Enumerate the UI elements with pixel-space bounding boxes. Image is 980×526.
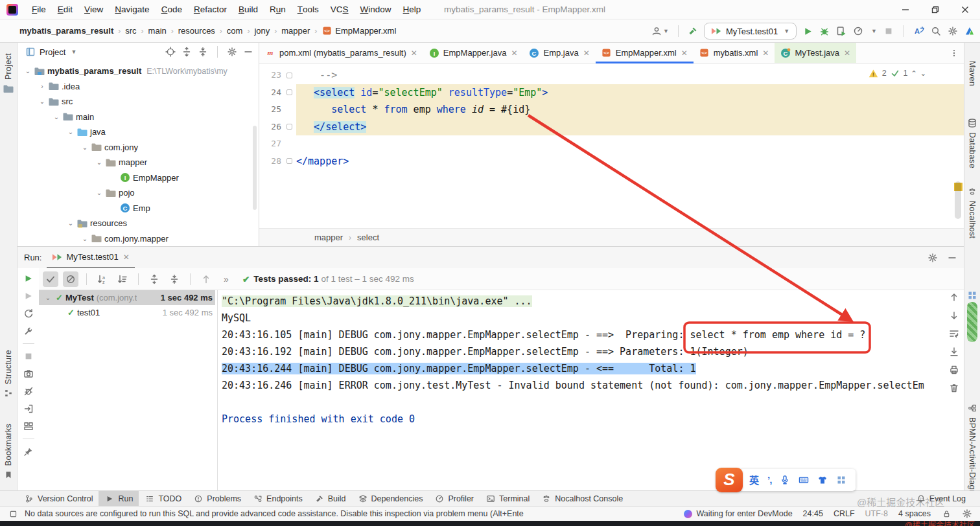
file-encoding[interactable]: UTF-8 (865, 509, 888, 518)
fold-marker-icon[interactable] (286, 158, 292, 164)
debug-icon[interactable] (819, 26, 830, 36)
tree-item-empmapper[interactable]: IEmpMapper (18, 170, 259, 186)
chevrons-icon[interactable]: » (218, 271, 234, 287)
fold-gutter[interactable] (283, 119, 296, 136)
chevron-down-icon[interactable]: ⌄ (51, 113, 62, 120)
close-icon[interactable]: ✕ (511, 49, 517, 58)
tree-item-pojo[interactable]: ⌄pojo (18, 185, 259, 201)
tab-pom-xml--mybatis-params-result-[interactable]: mpom.xml (mybatis_params_result)✕ (259, 43, 423, 63)
test-tree-row[interactable]: ✓ test01 1 sec 492 ms (39, 305, 215, 320)
import-icon[interactable] (23, 404, 34, 414)
collapseS-icon[interactable] (167, 271, 182, 287)
editor-scrollbar[interactable] (955, 181, 961, 219)
toolwindow-terminal[interactable]: Terminal (480, 491, 535, 506)
toolwindow-version-control[interactable]: Version Control (18, 491, 99, 506)
collapse-icon[interactable] (198, 47, 208, 57)
menu-tools[interactable]: Tools (292, 0, 325, 19)
search-icon[interactable] (931, 26, 941, 36)
breadcrumb-item[interactable]: jony (254, 26, 270, 36)
close-icon[interactable]: ✕ (123, 253, 130, 262)
tree-item-com-jony-mapper[interactable]: ⌄com.jony.mapper (18, 231, 259, 247)
chevron-up-icon[interactable]: ⌃ (911, 69, 917, 78)
chevron-down-icon[interactable]: ⌄ (94, 159, 104, 166)
tree-item-mybatis-params-result[interactable]: ⌄mybatis_params_resultE:\TLWork\mybatis\… (18, 63, 259, 79)
tab-mytest-java[interactable]: CMyTest.java✕ (775, 43, 856, 63)
lock-icon[interactable] (941, 509, 951, 519)
breadcrumb-item[interactable]: mapper (281, 26, 310, 36)
translate-icon[interactable]: A (914, 26, 924, 36)
ignored-icon[interactable] (63, 271, 78, 287)
line-ending[interactable]: CRLF (834, 509, 855, 518)
menu-run[interactable]: Run (264, 0, 292, 19)
tree-item-mapper[interactable]: ⌄mapper (18, 155, 259, 170)
tab-empmapper-xml[interactable]: <>EmpMapper.xml✕ (596, 43, 694, 63)
toolwindow-todo[interactable]: TODO (139, 491, 187, 506)
passed-icon[interactable] (43, 271, 58, 287)
scrollEnd-icon[interactable] (949, 347, 959, 357)
chevron-down-icon[interactable]: ⌄ (920, 69, 926, 78)
refresh-icon[interactable] (23, 308, 34, 319)
toolwindow-project[interactable]: Project (0, 53, 17, 94)
wrench-icon[interactable] (23, 326, 34, 336)
toolwindow-build[interactable]: Build (309, 491, 352, 506)
camera-icon[interactable] (23, 369, 34, 379)
sortTime-icon[interactable] (115, 271, 130, 287)
toolwindow-maven[interactable]: Maven (964, 61, 980, 86)
tree-item-com-jony[interactable]: ⌄com.jony (18, 140, 259, 155)
breadcrumb-item[interactable]: mybatis_params_result (19, 26, 113, 36)
tab-mybatis-xml[interactable]: <>mybatis.xml✕ (694, 43, 775, 63)
chevron-down-icon[interactable]: ▼ (871, 28, 877, 34)
close-icon[interactable]: ✕ (762, 49, 769, 58)
sortAlpha-icon[interactable]: az (95, 271, 110, 287)
ime-language-toggle[interactable]: 英 (749, 473, 759, 486)
project-panel-title[interactable]: Project (40, 47, 65, 57)
gear-icon[interactable] (962, 509, 972, 519)
menu-code[interactable]: Code (156, 0, 188, 19)
chevron-down-icon[interactable]: ⌄ (65, 220, 76, 227)
chevron-down-icon[interactable]: ⌄ (43, 294, 53, 301)
indent-size[interactable]: 4 spaces (898, 509, 931, 518)
fold-marker-icon[interactable] (286, 89, 292, 95)
coverage-icon[interactable] (836, 26, 846, 36)
toolwindow-dependencies[interactable]: Dependencies (352, 491, 429, 506)
minus-icon[interactable] (243, 47, 253, 57)
toolwindow-profiler[interactable]: Profiler (428, 491, 480, 506)
bugMuted-icon[interactable] (23, 386, 34, 396)
expandS-icon[interactable] (146, 271, 162, 287)
expand-icon[interactable] (181, 47, 192, 57)
fold-marker-icon[interactable] (286, 124, 292, 130)
chevron-down-icon[interactable]: ⌄ (65, 128, 76, 135)
run-icon[interactable] (802, 26, 813, 36)
chevron-down-icon[interactable]: ⌄ (80, 235, 90, 242)
sogou-logo-icon[interactable]: S (716, 468, 743, 492)
ime-mic-icon[interactable] (780, 475, 790, 485)
tab-emp-java[interactable]: CEmp.java✕ (523, 43, 595, 63)
menu-help[interactable]: Help (397, 0, 427, 19)
fold-gutter[interactable] (283, 67, 296, 84)
tree-item-src[interactable]: ⌄src (18, 94, 259, 109)
fold-gutter[interactable] (283, 153, 296, 170)
project-tree-scrollbar[interactable] (253, 126, 257, 210)
status-message[interactable]: No data sources are configured to run th… (25, 509, 677, 518)
chevron-down-icon[interactable]: ⌄ (23, 67, 33, 74)
breadcrumb-select[interactable]: select (357, 233, 379, 242)
test-tree-row[interactable]: ⌄ ✓ MyTest (com.jony.t 1 sec 492 ms (39, 290, 215, 305)
chevron-down-icon[interactable]: ▼ (71, 49, 76, 55)
close-icon[interactable]: ✕ (411, 49, 417, 58)
breadcrumb-file[interactable]: <>EmpMapper.xml (321, 26, 396, 36)
breadcrumb-item[interactable]: src (125, 26, 136, 36)
maximize-icon[interactable] (920, 0, 950, 19)
tab-empmapper-java[interactable]: IEmpMapper.java✕ (423, 43, 524, 63)
close-icon[interactable]: ✕ (583, 49, 590, 58)
printer-icon[interactable] (949, 365, 959, 375)
toolwindow-database[interactable]: Database (964, 118, 980, 168)
chevron-right-icon[interactable]: › (37, 83, 47, 90)
trash-icon[interactable] (949, 383, 959, 393)
tree-item--idea[interactable]: ›.idea (18, 79, 259, 95)
toolwindow-bpmn[interactable]: BPMN-Activiti-Diagram (964, 403, 980, 504)
profiler-icon[interactable] (853, 26, 863, 36)
tree-item-emp[interactable]: CEmp (18, 201, 259, 216)
target-icon[interactable] (165, 47, 176, 57)
gear-icon[interactable] (928, 253, 938, 263)
pin-icon[interactable] (23, 446, 34, 457)
